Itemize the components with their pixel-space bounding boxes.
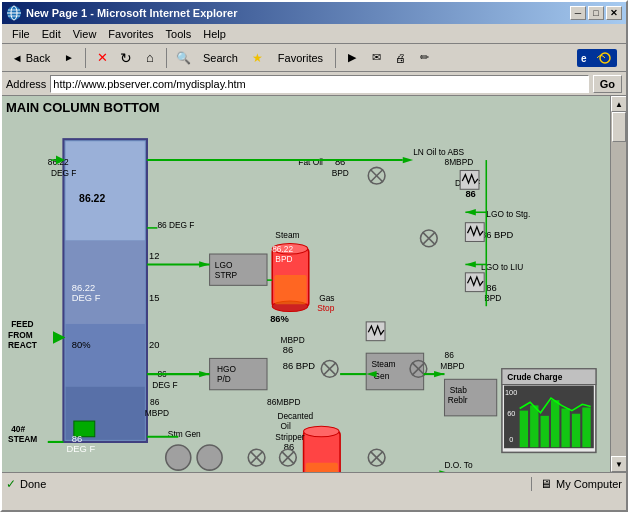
window-controls: ─ □ ✕ [570, 6, 622, 20]
svg-text:86.22: 86.22 [48, 157, 69, 167]
favorites-button[interactable]: Favorites [271, 49, 330, 67]
svg-text:Steam: Steam [275, 230, 299, 240]
forward-button[interactable]: ► [58, 47, 80, 69]
svg-text:BPD: BPD [332, 168, 349, 178]
home-button[interactable]: ⌂ [139, 47, 161, 69]
toolbar-separator-3 [335, 48, 336, 68]
status-text: Done [20, 478, 46, 490]
svg-text:Stop: Stop [317, 303, 335, 313]
menu-view[interactable]: View [67, 26, 103, 42]
refresh-button[interactable]: ↻ [115, 47, 137, 69]
svg-text:FEED: FEED [11, 319, 33, 329]
scroll-track[interactable] [611, 112, 626, 456]
svg-text:86: 86 [283, 344, 293, 355]
svg-text:12: 12 [149, 250, 159, 261]
svg-rect-43 [274, 275, 306, 304]
diagram-title: MAIN COLUMN BOTTOM [6, 100, 622, 115]
svg-rect-96 [520, 411, 528, 448]
svg-text:Stab: Stab [450, 385, 468, 395]
svg-text:Decanted: Decanted [277, 411, 313, 421]
svg-text:DEG F: DEG F [168, 470, 194, 472]
svg-text:86.22: 86.22 [72, 282, 95, 293]
svg-rect-102 [582, 407, 590, 447]
svg-text:86: 86 [486, 282, 496, 293]
svg-text:MBPD: MBPD [145, 408, 169, 418]
svg-text:86.22: 86.22 [79, 193, 105, 204]
address-input[interactable] [50, 75, 588, 93]
svg-text:STEAM: STEAM [8, 434, 37, 444]
minimize-button[interactable]: ─ [570, 6, 586, 20]
svg-rect-100 [561, 409, 569, 448]
svg-text:86: 86 [335, 156, 345, 167]
svg-text:LN Oil to ABS: LN Oil to ABS [413, 147, 464, 157]
mail-button[interactable]: ✉ [365, 47, 387, 69]
computer-label: My Computer [556, 478, 622, 490]
svg-text:86: 86 [445, 350, 455, 360]
svg-text:60: 60 [507, 409, 515, 418]
maximize-button[interactable]: □ [588, 6, 604, 20]
svg-rect-116 [306, 463, 338, 472]
menu-bar: File Edit View Favorites Tools Help [2, 24, 626, 44]
content-area: MAIN COLUMN BOTTOM 12 15 20 86.22 [2, 96, 626, 472]
stop-button[interactable]: ✕ [91, 47, 113, 69]
svg-text:86 DEG F: 86 DEG F [157, 220, 194, 230]
svg-text:DEG F: DEG F [72, 292, 101, 303]
svg-text:86.22 DEG F: 86.22 DEG F [239, 470, 288, 472]
svg-text:HGO: HGO [217, 364, 237, 374]
svg-text:Fat Oil: Fat Oil [298, 157, 323, 167]
menu-favorites[interactable]: Favorites [102, 26, 159, 42]
scroll-up-button[interactable]: ▲ [611, 96, 626, 112]
process-flow-svg: 12 15 20 86.22 86.22 DEG F 80% 86 DEG F … [6, 117, 622, 472]
svg-text:Gas: Gas [319, 293, 334, 303]
svg-rect-99 [551, 400, 559, 447]
computer-icon: 🖥 [540, 477, 552, 491]
svg-text:86.22: 86.22 [272, 244, 293, 254]
browser-window: New Page 1 - Microsoft Internet Explorer… [0, 0, 628, 512]
ie-icon [6, 5, 22, 21]
svg-text:15: 15 [149, 292, 159, 303]
svg-rect-11 [66, 324, 145, 387]
svg-text:86%: 86% [270, 313, 289, 324]
svg-text:DEG F: DEG F [51, 168, 77, 178]
scroll-down-button[interactable]: ▼ [611, 456, 626, 472]
address-label: Address [6, 78, 46, 90]
svg-marker-152 [465, 261, 475, 267]
edit-button[interactable]: ✏ [413, 47, 435, 69]
svg-text:FROM: FROM [8, 330, 33, 340]
svg-text:80%: 80% [72, 339, 91, 350]
vertical-scrollbar: ▲ ▼ [610, 96, 626, 472]
print-button[interactable]: 🖨 [389, 47, 411, 69]
svg-text:MBPD: MBPD [440, 361, 464, 371]
scroll-thumb[interactable] [612, 112, 626, 142]
svg-text:STRP: STRP [215, 270, 238, 280]
svg-text:86: 86 [150, 397, 160, 407]
media-button[interactable]: ▶ [341, 47, 363, 69]
address-bar: Address Go [2, 72, 626, 96]
favorites-icon: ★ [247, 47, 269, 69]
back-button[interactable]: ◄ Back [6, 47, 56, 69]
svg-text:MBPD: MBPD [281, 335, 305, 345]
go-button[interactable]: Go [593, 75, 622, 93]
svg-text:40#: 40# [11, 424, 25, 434]
svg-rect-9 [66, 141, 145, 240]
menu-edit[interactable]: Edit [36, 26, 67, 42]
svg-text:86MBPD: 86MBPD [267, 397, 300, 407]
svg-text:Stg.: Stg. [449, 470, 464, 472]
svg-marker-142 [199, 371, 209, 377]
svg-marker-146 [434, 371, 444, 377]
menu-help[interactable]: Help [197, 26, 232, 42]
close-button[interactable]: ✕ [606, 6, 622, 20]
window-title: New Page 1 - Microsoft Internet Explorer [26, 7, 570, 19]
menu-file[interactable]: File [6, 26, 36, 42]
search-button[interactable]: Search [196, 49, 245, 67]
svg-marker-55 [403, 157, 413, 163]
svg-text:20: 20 [149, 339, 159, 350]
svg-marker-139 [199, 261, 209, 267]
svg-text:100: 100 [505, 388, 517, 397]
title-bar: New Page 1 - Microsoft Internet Explorer… [2, 2, 626, 24]
toolbar-separator-1 [85, 48, 86, 68]
toolbar: ◄ Back ► ✕ ↻ ⌂ 🔍 Search ★ Favorites ▶ ✉ … [2, 44, 626, 72]
menu-tools[interactable]: Tools [160, 26, 198, 42]
svg-text:LGO: LGO [215, 260, 233, 270]
status-bar: ✓ Done 🖥 My Computer [2, 472, 626, 494]
